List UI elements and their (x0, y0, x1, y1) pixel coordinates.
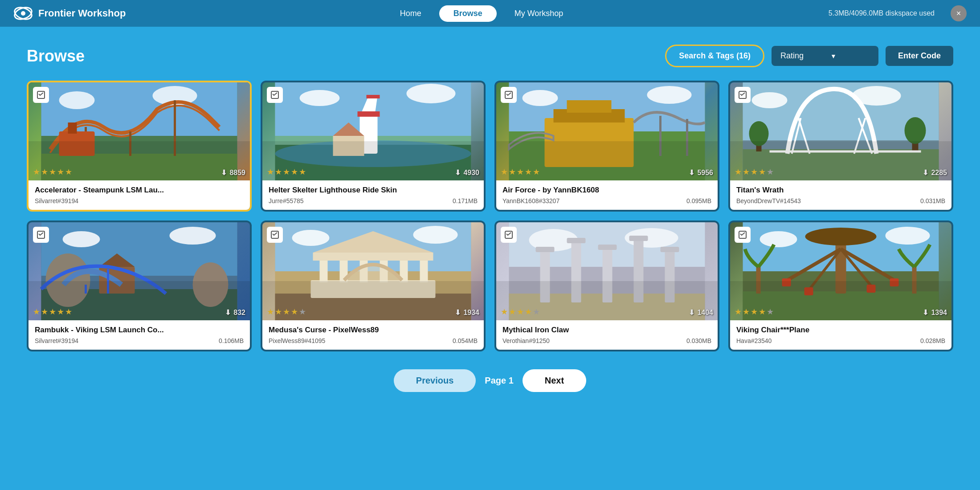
card-size: 0.031MB (920, 197, 945, 204)
card-author: Jurre#55785 (269, 197, 304, 204)
star-icon: ★ (41, 167, 48, 177)
nav-my-workshop[interactable]: My Workshop (500, 5, 578, 22)
svg-point-19 (407, 84, 456, 103)
nav-tabs: Home Browse My Workshop (143, 5, 819, 22)
item-card[interactable]: ★★★★★ ⬇ 1404 Mythical Iron Claw Verothia… (494, 220, 719, 351)
download-count: 2285 (931, 169, 947, 177)
svg-rect-53 (41, 289, 237, 320)
next-button[interactable]: Next (523, 369, 586, 392)
card-badge-icon (267, 227, 283, 243)
svg-rect-33 (567, 100, 612, 113)
svg-rect-80 (509, 294, 705, 320)
svg-point-43 (749, 121, 769, 146)
download-icon: ⬇ (455, 168, 461, 177)
star-icon: ★ (57, 167, 64, 177)
star-icon: ★ (501, 167, 508, 177)
download-icon: ⬇ (221, 168, 227, 177)
svg-rect-85 (603, 247, 612, 302)
star-icon: ★ (751, 167, 758, 177)
logo-icon (13, 4, 33, 23)
svg-rect-88 (536, 247, 555, 252)
item-card[interactable]: ★★★★★ ⬇ 2285 Titan's Wrath BeyondDrewTV#… (728, 81, 953, 212)
card-downloads: ⬇ 1394 (923, 308, 947, 317)
card-meta: Silvarret#39194 0.106MB (35, 337, 244, 344)
star-empty-icon: ★ (533, 307, 540, 317)
item-card[interactable]: ★★★★★ ⬇ 5956 Air Force - by YannBK1608 Y… (494, 81, 719, 212)
item-card[interactable]: ★★★★★ ⬇ 1394 Viking Chair***Plane Hava#2… (728, 220, 953, 351)
card-info: Viking Chair***Plane Hava#23540 0.028MB (730, 320, 951, 350)
chevron-down-icon: ▼ (830, 53, 837, 60)
card-image: ★★★★★ ⬇ 8859 (29, 82, 250, 180)
card-size: 0.028MB (920, 337, 945, 344)
card-image: ★★★★★ ⬇ 1934 (262, 222, 484, 320)
card-size: 0.054MB (453, 337, 478, 344)
download-icon: ⬇ (689, 308, 694, 317)
enter-code-button[interactable]: Enter Code (886, 46, 953, 66)
star-icon: ★ (751, 307, 758, 317)
card-badge-icon (735, 227, 751, 243)
star-icon: ★ (759, 307, 766, 317)
svg-point-30 (647, 86, 692, 104)
svg-rect-109 (804, 287, 813, 295)
pagination: Previous Page 1 Next (27, 362, 953, 399)
item-card[interactable]: ★★★★★ ⬇ 1934 Medusa's Curse - PixelWess8… (261, 220, 486, 351)
item-card[interactable]: ★★★★★ ⬇ 832 Rambukk - Viking LSM Launch … (27, 220, 252, 351)
svg-rect-21 (358, 111, 380, 117)
card-size: 0.171MB (453, 197, 478, 204)
star-icon: ★ (49, 167, 56, 177)
card-author: YannBK1608#33207 (502, 197, 559, 204)
svg-rect-68 (311, 280, 436, 298)
download-icon: ⬇ (225, 308, 231, 317)
svg-point-40 (752, 92, 788, 108)
star-empty-icon: ★ (299, 307, 306, 317)
star-empty-icon: ★ (767, 307, 774, 317)
star-icon: ★ (49, 307, 56, 317)
card-title: Air Force - by YannBK1608 (502, 186, 711, 195)
nav-browse[interactable]: Browse (439, 5, 497, 22)
svg-rect-89 (567, 238, 586, 243)
card-title: Rambukk - Viking LSM Launch Co... (35, 326, 244, 335)
svg-point-45 (905, 117, 926, 144)
card-stars: ★★★★★ (501, 307, 540, 317)
svg-rect-108 (890, 278, 899, 286)
rating-dropdown[interactable]: Rating ▼ (772, 46, 878, 66)
svg-rect-83 (540, 249, 550, 302)
card-size: 0.095MB (686, 197, 711, 204)
card-info: Air Force - by YannBK1608 YannBK1608#332… (496, 180, 718, 210)
card-image: ★★★★★ ⬇ 2285 (730, 82, 951, 180)
browse-header: Browse Search & Tags (16) Rating ▼ Enter… (27, 45, 953, 67)
star-icon: ★ (283, 167, 290, 177)
card-title: Titan's Wrath (736, 186, 945, 195)
nav-home[interactable]: Home (386, 5, 436, 22)
card-badge-icon (501, 87, 517, 103)
svg-point-55 (170, 227, 216, 245)
svg-rect-92 (661, 247, 679, 252)
svg-point-17 (275, 140, 471, 167)
close-button[interactable]: × (951, 5, 967, 21)
svg-point-6 (59, 91, 95, 109)
card-downloads: ⬇ 4930 (455, 168, 479, 177)
search-tags-button[interactable]: Search & Tags (16) (665, 45, 764, 67)
star-icon: ★ (759, 167, 766, 177)
item-card[interactable]: ★★★★★ ⬇ 4930 Helter Skelter Lighthouse R… (261, 81, 486, 212)
star-icon: ★ (525, 167, 532, 177)
svg-rect-23 (367, 95, 380, 98)
star-icon: ★ (33, 307, 40, 317)
page-indicator: Page 1 (485, 376, 513, 386)
card-info: Rambukk - Viking LSM Launch Co... Silvar… (29, 320, 250, 350)
star-icon: ★ (735, 307, 742, 317)
star-icon: ★ (275, 307, 282, 317)
star-icon: ★ (291, 167, 298, 177)
svg-rect-90 (598, 245, 617, 250)
svg-point-106 (805, 228, 877, 245)
prev-button[interactable]: Previous (394, 369, 476, 392)
svg-rect-11 (59, 131, 95, 156)
svg-point-67 (413, 226, 458, 244)
card-image: ★★★★★ ⬇ 1404 (496, 222, 718, 320)
svg-rect-16 (275, 145, 471, 180)
card-badge-icon (735, 87, 751, 103)
card-downloads: ⬇ 8859 (221, 168, 245, 177)
item-card[interactable]: ★★★★★ ⬇ 8859 Accelerator - Steampunk LSM… (27, 81, 252, 212)
card-downloads: ⬇ 832 (225, 308, 245, 317)
svg-rect-107 (782, 278, 791, 286)
